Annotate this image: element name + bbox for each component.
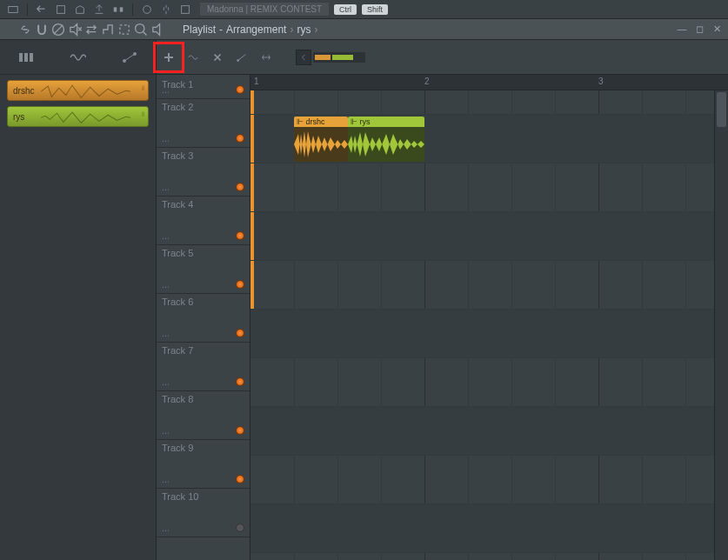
speaker-icon[interactable] <box>150 22 165 37</box>
track-lane[interactable] <box>250 456 728 504</box>
track-lane[interactable] <box>250 212 728 261</box>
waveform-icon <box>294 127 348 162</box>
track-header[interactable]: Track 6 ... <box>157 294 250 343</box>
record-icon[interactable] <box>138 2 156 17</box>
track-label: Track 8 <box>162 394 244 404</box>
macros-icon[interactable] <box>110 2 127 17</box>
step-icon[interactable] <box>100 22 116 37</box>
track-lane[interactable] <box>250 504 728 553</box>
svg-rect-7 <box>120 24 129 33</box>
arrangement-clip-rys[interactable]: ⊩ rys <box>348 117 424 162</box>
magnet-icon[interactable] <box>34 22 50 37</box>
slip-tool[interactable] <box>255 46 277 69</box>
link-icon[interactable] <box>17 22 33 37</box>
pattern-dropdown[interactable] <box>4 2 22 17</box>
record-arm-icon[interactable] <box>236 329 244 337</box>
automation-tool[interactable] <box>230 46 253 69</box>
knife-tool[interactable] <box>204 0 227 7</box>
record-arm-icon[interactable] <box>236 134 244 143</box>
track-label: Track 10 <box>162 491 244 502</box>
record-arm-icon[interactable] <box>236 523 244 532</box>
track-menu-icon[interactable]: ... <box>162 523 170 533</box>
mute-icon[interactable] <box>67 22 83 37</box>
track-lane[interactable]: ⊩ drshc ⊩ rys <box>250 115 728 163</box>
clip-prefix-icon: ⊩ <box>297 117 304 126</box>
grip-icon: ⦀ <box>142 84 144 93</box>
current-clip-button[interactable]: rys <box>297 23 311 36</box>
track-header[interactable]: Track 5 ... <box>157 245 250 294</box>
track-menu-icon[interactable]: ... <box>162 84 170 95</box>
track-header[interactable]: Track 3 ... <box>157 148 250 197</box>
clip-drshc[interactable]: drshc ⦀ <box>7 80 149 101</box>
undo-icon[interactable] <box>33 2 50 17</box>
scroll-left-button[interactable] <box>296 50 311 65</box>
automation-view-icon[interactable] <box>117 45 143 70</box>
minimize-button[interactable]: — <box>676 23 688 35</box>
svg-rect-3 <box>120 7 124 11</box>
track-header[interactable]: Track 9 ... <box>157 440 250 489</box>
arrangement-button[interactable]: Arrangement <box>226 23 286 36</box>
track-header[interactable]: Track 1 ... <box>157 75 250 99</box>
track-lane[interactable] <box>250 358 728 407</box>
record-arm-icon[interactable] <box>236 377 244 386</box>
no-icon[interactable] <box>50 22 66 37</box>
main-toolbar: Madonna | REMIX CONTEST Ctrl Shift <box>0 0 728 19</box>
track-menu-icon[interactable]: ... <box>162 279 170 290</box>
track-menu-icon[interactable]: ... <box>162 230 170 241</box>
clip-name: rys <box>360 117 371 126</box>
zoom-icon[interactable] <box>133 22 149 37</box>
track-lane[interactable] <box>250 310 728 358</box>
track-lane[interactable] <box>250 163 728 212</box>
record-arm-icon[interactable] <box>236 231 244 240</box>
pencil-tool[interactable] <box>182 0 204 7</box>
record-arm-icon[interactable] <box>236 280 244 289</box>
wave-tool[interactable] <box>182 46 204 69</box>
track-menu-icon[interactable]: ... <box>162 133 170 143</box>
track-menu-icon[interactable]: ... <box>162 474 170 484</box>
record-arm-icon[interactable] <box>236 85 244 94</box>
loop-marker[interactable] <box>250 115 254 163</box>
loop-marker[interactable] <box>250 163 254 211</box>
time-ruler[interactable]: 1 2 3 <box>250 75 728 90</box>
track-header[interactable]: Track 10 ... <box>157 489 250 537</box>
delete-tool[interactable] <box>206 46 229 69</box>
swap-icon[interactable] <box>83 22 99 37</box>
minimap[interactable] <box>313 52 365 63</box>
loop-marker[interactable] <box>250 90 254 114</box>
track-header[interactable]: Track 2 ... <box>157 99 250 148</box>
arrangement-clip-drshc[interactable]: ⊩ drshc <box>294 117 348 162</box>
track-menu-icon[interactable]: ... <box>162 182 170 192</box>
pattern-view-icon[interactable] <box>13 45 39 70</box>
save-icon[interactable] <box>52 2 70 17</box>
render-icon[interactable] <box>71 2 89 17</box>
loop-marker[interactable] <box>250 261 254 309</box>
loop-marker[interactable] <box>250 212 254 260</box>
track-menu-icon[interactable]: ... <box>162 425 170 436</box>
record-arm-icon[interactable] <box>236 426 244 435</box>
select-icon[interactable] <box>117 22 132 37</box>
add-tool[interactable] <box>157 46 180 69</box>
track-lane[interactable] <box>250 407 728 456</box>
vertical-scrollbar[interactable] <box>714 90 728 560</box>
maximize-button[interactable]: ◻ <box>693 23 705 35</box>
arrangement-grid[interactable]: ⊩ drshc ⊩ rys <box>250 90 728 560</box>
grid-tool[interactable] <box>227 0 250 7</box>
export-icon[interactable] <box>90 2 108 17</box>
track-lane[interactable] <box>250 261 728 310</box>
close-button[interactable]: ✕ <box>711 23 723 35</box>
clip-rys[interactable]: rys ⦀ <box>7 106 149 127</box>
record-arm-icon[interactable] <box>236 183 244 191</box>
plugin-icon[interactable] <box>157 2 175 17</box>
scrollbar-thumb[interactable] <box>717 92 726 127</box>
track-menu-icon[interactable]: ... <box>162 377 170 387</box>
audio-view-icon[interactable] <box>64 45 90 70</box>
playlist-title-bar: Playlist - Arrangement › rys › — ◻ ✕ <box>0 19 728 40</box>
track-header[interactable]: Track 7 ... <box>157 343 250 391</box>
track-lane[interactable] <box>250 90 728 115</box>
track-menu-icon[interactable]: ... <box>162 328 170 338</box>
chevron-right-icon: › <box>290 23 293 36</box>
ruler-navigation <box>296 50 728 65</box>
track-header[interactable]: Track 8 ... <box>157 391 250 440</box>
track-header[interactable]: Track 4 ... <box>157 197 250 245</box>
record-arm-icon[interactable] <box>236 475 244 483</box>
